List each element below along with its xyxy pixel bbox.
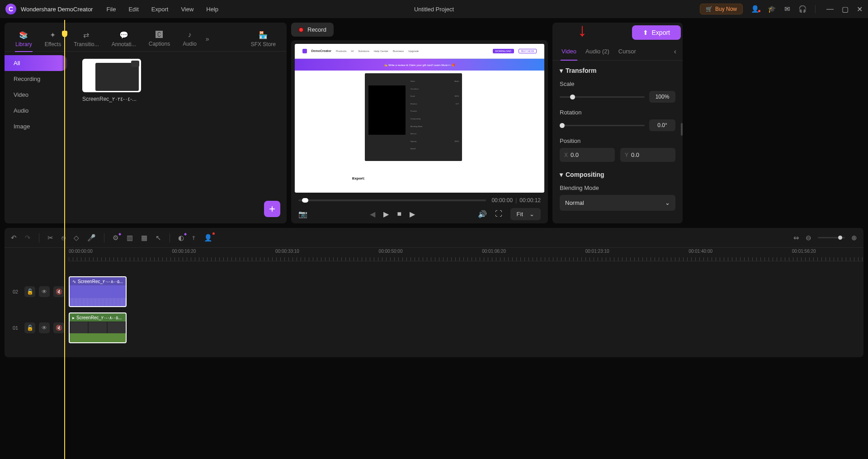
tab-sfx-store[interactable]: 🏪SFX Store [245, 27, 282, 51]
record-label: Record [307, 26, 326, 33]
snapshot-icon[interactable]: 📷 [298, 210, 307, 218]
store-icon: 🏪 [259, 31, 268, 39]
library-panel: 📚Library ✦Effects ⇄Transitio... 💬Annotat… [5, 23, 287, 223]
volume-icon[interactable]: 🔊 [478, 210, 487, 218]
marker-icon[interactable]: ◇ [74, 234, 79, 242]
sparkle-icon: ✦ [50, 31, 56, 39]
blend-mode-label: Blending Mode [560, 185, 675, 191]
position-x-input[interactable]: X0.0 [560, 148, 615, 162]
cursor-tool-icon[interactable]: ↖ [156, 234, 161, 242]
menu-file[interactable]: File [106, 6, 116, 13]
voiceover-icon[interactable]: 🎤 [87, 234, 96, 242]
section-transform[interactable]: ▾Transform [560, 67, 675, 74]
scrollbar[interactable] [681, 123, 683, 136]
redo-icon[interactable]: ↷ [25, 234, 31, 242]
scrub-slider[interactable] [298, 199, 486, 201]
maximize-icon[interactable]: ▢ [842, 5, 849, 14]
section-compositing[interactable]: ▾Compositing [560, 171, 675, 178]
rotation-value[interactable]: 0.0° [649, 119, 675, 131]
track-lock-icon[interactable]: 🔓 [24, 286, 35, 297]
chevron-down-icon: ⌄ [665, 199, 670, 206]
scale-slider[interactable] [560, 96, 645, 98]
preview-inner-brand: DemoCreator [311, 49, 331, 52]
account-icon[interactable]: 👤 [751, 5, 760, 13]
tab-label: Annotati... [112, 41, 136, 47]
menu-view[interactable]: View [181, 6, 193, 13]
clip-audio[interactable]: ∿ScreenRec_٠٥-٠٨-٢٠... [69, 276, 127, 307]
scale-value[interactable]: 100% [649, 91, 675, 103]
track-visibility-icon[interactable]: 👁 [39, 286, 50, 297]
cart-icon: 🛒 [706, 6, 712, 12]
caret-down-icon: ▾ [560, 67, 563, 74]
fit-dropdown[interactable]: Fit⌄ [510, 208, 541, 220]
person-icon[interactable]: 👤 [204, 234, 212, 242]
headset-icon[interactable]: 🎧 [798, 5, 807, 13]
lib-cat-all[interactable]: All [5, 55, 68, 71]
properties-panel: ↓ ⬆Export Video Audio (2) Cursor ‹ ▾Tran… [552, 23, 683, 223]
ai-tools-icon[interactable]: ⚙◆ [113, 234, 118, 242]
track-mute-icon[interactable]: 🔇 [53, 322, 64, 333]
mail-icon[interactable]: ✉ [784, 5, 790, 13]
prop-tab-video[interactable]: Video [557, 43, 581, 60]
tab-captions[interactable]: 🅲Captions [142, 27, 176, 51]
upload-icon: ⬆ [643, 29, 648, 36]
record-button[interactable]: Record [291, 23, 334, 37]
snapshot2-icon[interactable]: ▦ [141, 234, 147, 242]
zoom-slider[interactable] [818, 237, 845, 238]
tab-label: Transitio... [74, 41, 99, 47]
adjust-icon[interactable]: ⫯ [192, 234, 196, 241]
library-content: ScreenRec_٠٤-٢٠٢٤-... + [75, 52, 287, 223]
minimize-icon[interactable]: — [826, 5, 834, 14]
color-tool-icon[interactable]: ◐◆ [178, 234, 184, 242]
menu-help[interactable]: Help [206, 6, 218, 13]
add-media-button[interactable]: + [264, 201, 280, 217]
next-frame-icon[interactable]: ▶ [410, 210, 415, 218]
stop-icon[interactable]: ■ [397, 210, 401, 218]
menu-edit[interactable]: Edit [128, 6, 138, 13]
layers-icon: 📚 [19, 31, 28, 39]
playhead[interactable] [64, 20, 65, 459]
record-dot-icon [298, 27, 304, 33]
app-logo: C [5, 4, 16, 14]
close-icon[interactable]: ✕ [857, 5, 863, 14]
prev-frame-icon[interactable]: ◀ [370, 210, 375, 218]
position-y-input[interactable]: Y0.0 [620, 148, 675, 162]
fit-timeline-icon[interactable]: ⇔ [793, 234, 799, 242]
tab-label: SFX Store [251, 41, 276, 47]
prop-tabs-collapse-icon[interactable]: ‹ [672, 47, 678, 56]
zoom-in-icon[interactable]: ⊕ [851, 234, 857, 242]
mirror-icon[interactable]: ▥ [127, 234, 133, 242]
blend-mode-dropdown[interactable]: Normal⌄ [560, 195, 675, 211]
crop-icon[interactable]: ✂ [47, 234, 53, 242]
prop-tab-cursor[interactable]: Cursor [614, 43, 641, 60]
zoom-out-icon[interactable]: ⊖ [806, 234, 811, 242]
preview-canvas[interactable]: DemoCreator Products AI Solutions Help C… [295, 44, 544, 193]
position-label: Position [560, 137, 675, 144]
export-button[interactable]: ⬆Export [632, 25, 681, 40]
tabs-more-icon[interactable]: » [206, 35, 209, 43]
scale-label: Scale [560, 80, 675, 87]
menu-export[interactable]: Export [151, 6, 169, 13]
timeline-ruler[interactable]: 00:00:00:00 00:00:16:20 00:00:33:10 00:0… [69, 248, 863, 261]
play-icon[interactable]: ▶ [383, 210, 389, 218]
track-lock-icon[interactable]: 🔓 [24, 322, 35, 333]
fullscreen-icon[interactable]: ⛶ [495, 210, 502, 218]
track-mute-icon[interactable]: 🔇 [53, 286, 64, 297]
tab-label: Effects [45, 41, 61, 47]
track-visibility-icon[interactable]: 👁 [39, 322, 50, 333]
rotation-slider[interactable] [560, 125, 645, 126]
tab-audio[interactable]: ♪Audio [176, 27, 203, 51]
prop-tab-audio[interactable]: Audio (2) [581, 43, 614, 60]
clip-video[interactable]: ▸ScreenRec_٠٥-٠٨-٢٠... [69, 312, 127, 343]
undo-icon[interactable]: ↶ [11, 234, 17, 242]
cc-icon: 🅲 [156, 31, 163, 39]
education-icon[interactable]: 🎓 [768, 5, 776, 13]
tab-label: Library [15, 41, 32, 47]
preview-panel: DemoCreator Products AI Solutions Help C… [291, 40, 548, 223]
media-item[interactable]: ScreenRec_٠٤-٢٠٢٤-... [82, 59, 141, 102]
tab-library[interactable]: 📚Library [9, 27, 38, 51]
divider [815, 5, 816, 13]
tab-annotations[interactable]: 💬Annotati... [105, 27, 142, 51]
tab-transitions[interactable]: ⇄Transitio... [67, 27, 105, 51]
buy-now-button[interactable]: 🛒 Buy Now [700, 4, 743, 14]
